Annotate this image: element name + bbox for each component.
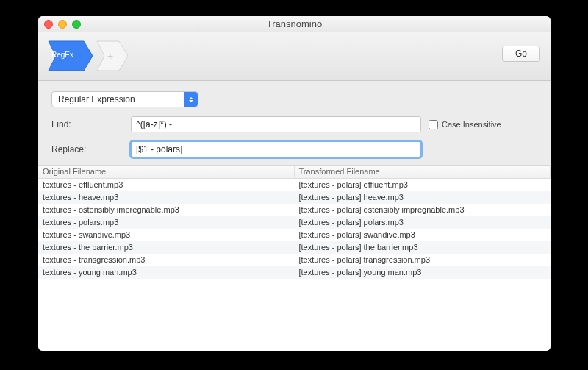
original-filename: textures - heave.mp3 (38, 191, 295, 204)
col-original[interactable]: Original Filename (38, 166, 295, 178)
original-filename: textures - ostensibly impregnable.mp3 (38, 204, 295, 216)
step-regex-label: RegEx (51, 51, 74, 59)
app-window: Transnomino RegEx + Go Regular Expressio… (38, 16, 551, 351)
col-transformed[interactable]: Transformed Filename (295, 166, 551, 178)
original-filename: textures - transgression.mp3 (38, 254, 295, 266)
transformed-filename: [textures - polars] swandive.mp3 (295, 229, 551, 241)
table-row[interactable]: textures - swandive.mp3[textures - polar… (38, 229, 551, 241)
mode-select[interactable]: Regular Expression (51, 91, 198, 107)
go-button[interactable]: Go (502, 46, 540, 62)
traffic-lights (44, 20, 81, 29)
results-header: Original Filename Transformed Filename (38, 166, 551, 179)
window-title: Transnomino (38, 18, 551, 29)
original-filename: textures - the barrier.mp3 (38, 241, 295, 254)
find-label: Find: (51, 119, 123, 129)
config-panel: Regular Expression Find: Case Insensitiv… (38, 81, 551, 166)
transformed-filename: [textures - polars] heave.mp3 (295, 191, 551, 204)
original-filename: textures - swandive.mp3 (38, 229, 295, 241)
table-row[interactable]: textures - the barrier.mp3[textures - po… (38, 241, 551, 254)
replace-input[interactable] (131, 141, 421, 157)
table-row[interactable]: textures - young man.mp3[textures - pola… (38, 266, 551, 279)
close-icon[interactable] (44, 20, 53, 29)
case-label: Case Insensitive (442, 120, 501, 129)
transformed-filename: [textures - polars] polars.mp3 (295, 216, 551, 229)
transformed-filename: [textures - polars] the barrier.mp3 (295, 241, 551, 254)
table-row[interactable]: textures - heave.mp3[textures - polars] … (38, 191, 551, 204)
plus-icon: + (107, 50, 113, 62)
table-row[interactable]: textures - effluent.mp3[textures - polar… (38, 179, 551, 191)
titlebar[interactable]: Transnomino (38, 16, 551, 32)
maximize-icon[interactable] (72, 20, 81, 29)
table-row[interactable]: textures - ostensibly impregnable.mp3[te… (38, 204, 551, 216)
results-body[interactable]: textures - effluent.mp3[textures - polar… (38, 179, 551, 351)
find-input[interactable] (131, 116, 421, 132)
transformed-filename: [textures - polars] ostensibly impregnab… (295, 204, 551, 216)
transformed-filename: [textures - polars] transgression.mp3 (295, 254, 551, 266)
toolbar: RegEx + Go (38, 32, 551, 81)
results-table: Original Filename Transformed Filename t… (38, 166, 551, 351)
minimize-icon[interactable] (58, 20, 67, 29)
original-filename: textures - effluent.mp3 (38, 179, 295, 191)
original-filename: textures - young man.mp3 (38, 266, 295, 279)
table-row[interactable]: textures - polars.mp3[textures - polars]… (38, 216, 551, 229)
transformed-filename: [textures - polars] effluent.mp3 (295, 179, 551, 191)
mode-value: Regular Expression (58, 94, 135, 104)
replace-label: Replace: (51, 144, 123, 154)
table-row[interactable]: textures - transgression.mp3[textures - … (38, 254, 551, 266)
chevron-updown-icon (184, 92, 198, 107)
case-insensitive-checkbox[interactable]: Case Insensitive (429, 120, 501, 129)
original-filename: textures - polars.mp3 (38, 216, 295, 229)
transformed-filename: [textures - polars] young man.mp3 (295, 266, 551, 279)
case-checkbox-input[interactable] (429, 120, 438, 129)
